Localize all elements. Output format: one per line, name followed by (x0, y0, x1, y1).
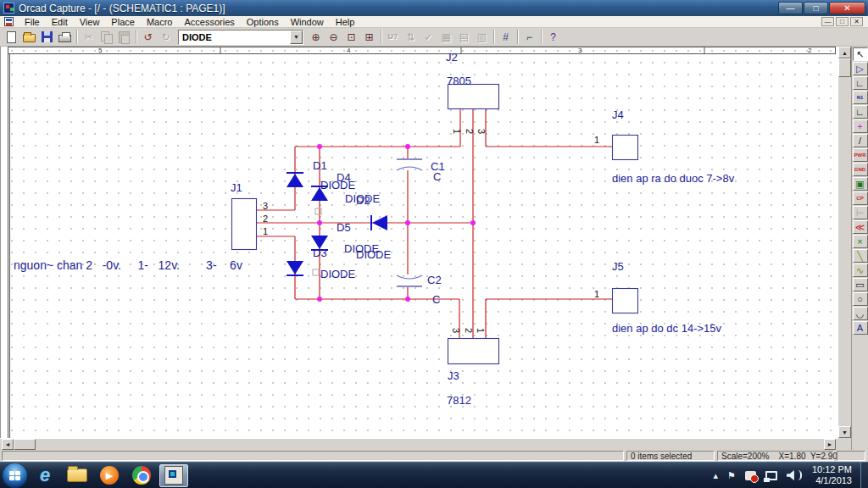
place-polyline-tool[interactable]: ∿ (853, 263, 868, 277)
zone-number: 5 (98, 47, 103, 54)
save-button[interactable] (38, 29, 56, 45)
orcad-taskbar-button[interactable] (159, 464, 188, 487)
zoom-out-icon: ⊖ (329, 32, 337, 42)
place-text-tool[interactable]: A (853, 321, 868, 335)
vertical-scrollbar[interactable]: ▲▼ (837, 47, 851, 438)
hierarchy-button[interactable]: ⌐ (520, 29, 538, 45)
menu-place[interactable]: Place (105, 16, 141, 28)
minimize-button[interactable]: — (778, 2, 803, 14)
place-arc-tool[interactable]: ◡ (853, 307, 868, 320)
menu-window[interactable]: Window (285, 16, 330, 28)
internet-explorer-icon[interactable]: e (31, 464, 59, 487)
restore-button[interactable]: □ (804, 2, 828, 14)
place-rectangle-tool[interactable]: ▭ (853, 278, 868, 291)
place-junction-tool[interactable]: + (853, 119, 868, 133)
menu-macro[interactable]: Macro (141, 16, 179, 28)
copy-button (97, 29, 115, 45)
diode-d1[interactable] (287, 261, 303, 275)
title-bar: Orcad Capture - [/ - (SCHEMATIC1 : PAGE1… (0, 0, 868, 16)
action-center-icon[interactable] (745, 471, 756, 480)
place-bus-icon: ∟ (855, 108, 865, 117)
help-button[interactable]: ? (544, 29, 562, 45)
bill-of-materials-button: ▥ (473, 29, 491, 45)
part-combo-box[interactable]: DIODE ▼ (178, 30, 303, 45)
horizontal-scrollbar[interactable]: ◄► (0, 438, 837, 450)
place-ellipse-tool[interactable]: ○ (853, 292, 868, 306)
zoom-area-button[interactable]: ⊡ (342, 29, 360, 45)
clock-time: 10:12 PM (812, 464, 852, 475)
horizontal-scroll-thumb[interactable] (14, 439, 36, 450)
part-j4[interactable] (613, 136, 638, 160)
place-bus-tool[interactable]: ∟ (853, 105, 868, 119)
open-file-button[interactable] (20, 29, 38, 45)
place-no-connect-tool[interactable]: × (853, 235, 868, 248)
chrome-icon[interactable] (127, 464, 156, 487)
show-desktop-button[interactable] (860, 463, 868, 488)
zoom-all-button[interactable]: ⊞ (360, 29, 378, 45)
place-part-tool[interactable]: ▷ (853, 62, 868, 75)
media-player-icon[interactable]: ▶ (95, 464, 124, 487)
place-power-tool[interactable]: PWR (853, 148, 868, 162)
print-button[interactable] (56, 29, 74, 45)
place-off-page-connector-tool[interactable]: ≪ (853, 220, 868, 234)
cap-c1[interactable] (397, 159, 422, 170)
place-ground-icon: GND (854, 167, 865, 172)
zoom-out-button[interactable]: ⊖ (325, 29, 342, 45)
windows-explorer-icon[interactable] (63, 464, 92, 487)
menu-accessories[interactable]: Accessories (178, 16, 240, 28)
create-netlist-icon: ▦ (442, 32, 451, 42)
part-origin-marker (313, 269, 319, 275)
part-j2-7805[interactable] (448, 85, 499, 109)
select-tool[interactable]: ↖ (853, 47, 868, 61)
menu-help[interactable]: Help (330, 16, 361, 28)
place-net-alias-icon: N1 (857, 95, 864, 100)
create-netlist-button: ▦ (437, 29, 455, 45)
undo-button[interactable]: ↺ (139, 29, 157, 45)
schematic-label: D3 (313, 247, 327, 259)
junction-dot (405, 144, 410, 149)
network-icon[interactable] (765, 471, 777, 480)
zoom-in-button[interactable]: ⊕ (307, 29, 325, 45)
clock[interactable]: 10:12 PM 4/1/2013 (812, 464, 852, 486)
vertical-scroll-thumb[interactable] (838, 58, 851, 77)
place-wire-tool[interactable]: ∟ (853, 76, 868, 90)
menu-edit[interactable]: Edit (46, 16, 74, 28)
scroll-up-button[interactable]: ▲ (838, 47, 851, 58)
close-button[interactable]: ✕ (829, 2, 865, 14)
part-j5[interactable] (613, 289, 638, 313)
menu-options[interactable]: Options (241, 16, 285, 28)
cap-c2[interactable] (397, 275, 422, 286)
diode-d5[interactable] (371, 215, 387, 230)
place-line-tool[interactable]: ╲ (853, 249, 868, 263)
place-port-tool[interactable]: CP (853, 191, 868, 205)
place-ground-tool[interactable]: GND (853, 163, 868, 176)
menu-file[interactable]: File (19, 16, 46, 28)
part-j1[interactable] (232, 199, 257, 250)
schematic-page[interactable]: 5432J27805J1J4dien ap ra do duoc 7->8vJ5… (0, 47, 837, 438)
volume-icon[interactable] (787, 470, 794, 480)
pin-number: 1 (263, 226, 268, 236)
snap-to-grid-button[interactable]: # (497, 29, 515, 45)
place-hierarchical-block-tool[interactable]: ▣ (853, 177, 868, 191)
redo-button: ↻ (157, 29, 175, 45)
tray-expand-icon[interactable]: ▴ (714, 470, 719, 481)
scroll-down-button[interactable]: ▼ (838, 426, 851, 438)
scroll-right-button[interactable]: ► (824, 439, 836, 450)
scroll-left-button[interactable]: ◄ (2, 439, 14, 450)
menu-view[interactable]: View (74, 16, 106, 28)
clock-date: 4/1/2013 (812, 475, 852, 486)
schematic-canvas[interactable]: 5432J27805J1J4dien ap ra do duoc 7->8vJ5… (1, 47, 838, 438)
part-j3-7812[interactable] (448, 339, 499, 364)
document-icon (4, 17, 14, 26)
place-net-alias-tool[interactable]: N1 (853, 91, 868, 104)
mdi-close-button[interactable]: ✕ (850, 17, 863, 26)
chevron-down-icon[interactable]: ▼ (290, 30, 303, 44)
new-file-button[interactable] (3, 29, 20, 45)
diode-d2[interactable] (287, 173, 303, 187)
mdi-minimize-button[interactable]: — (821, 17, 834, 26)
tray-flag-icon[interactable]: ⚑ (727, 470, 736, 481)
mdi-restore-button[interactable]: □ (836, 17, 849, 26)
part-combo-value: DIODE (179, 32, 290, 42)
start-button[interactable] (3, 463, 27, 488)
place-bus-entry-tool[interactable]: / (853, 134, 868, 147)
